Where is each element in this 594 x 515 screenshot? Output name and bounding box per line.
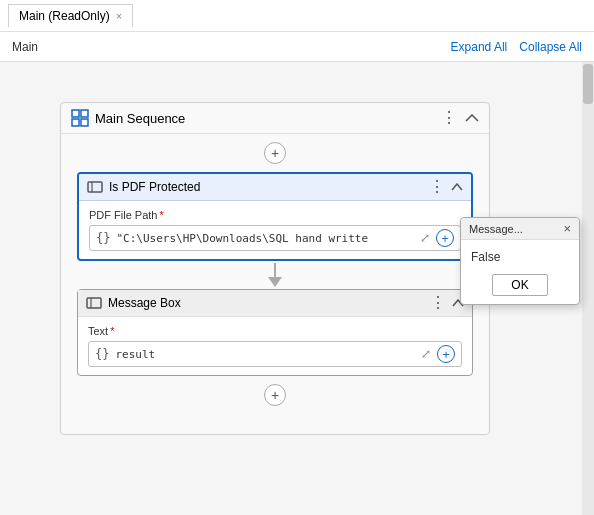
svg-rect-3 bbox=[81, 119, 88, 126]
title-bar: Main (ReadOnly) × bbox=[0, 0, 594, 32]
message-box-block: Message Box ⋮ Text* {} result ⤢ + bbox=[77, 289, 473, 376]
is-pdf-body: PDF File Path* {} "C:\Users\HP\Downloads… bbox=[79, 201, 471, 259]
expand-field-icon[interactable]: ⤢ bbox=[420, 231, 430, 245]
text-field-input[interactable]: {} result ⤢ + bbox=[88, 341, 462, 367]
popup-value-text: False bbox=[471, 250, 569, 264]
svg-rect-0 bbox=[72, 110, 79, 117]
message-box-title: Message Box bbox=[86, 295, 181, 311]
message-popup: Message... × False OK bbox=[460, 217, 580, 305]
pdf-path-value: "C:\Users\HP\Downloads\SQL hand writte bbox=[116, 232, 414, 245]
svg-rect-1 bbox=[81, 110, 88, 117]
canvas: Main Sequence ⋮ + bbox=[0, 62, 594, 515]
main-sequence-container: Main Sequence ⋮ + bbox=[60, 102, 490, 435]
is-pdf-title-label: Is PDF Protected bbox=[109, 180, 200, 194]
sequence-icon bbox=[71, 109, 89, 127]
popup-ok-button[interactable]: OK bbox=[492, 274, 547, 296]
collapse-all-button[interactable]: Collapse All bbox=[519, 40, 582, 54]
is-pdf-dots-button[interactable]: ⋮ bbox=[429, 179, 445, 195]
sequence-header: Main Sequence ⋮ bbox=[61, 103, 489, 134]
popup-title-bar: Message... × bbox=[461, 218, 579, 240]
toolbar-actions: Expand All Collapse All bbox=[451, 40, 582, 54]
message-box-header: Message Box ⋮ bbox=[78, 290, 472, 317]
message-box-icon bbox=[86, 295, 102, 311]
pdf-path-input[interactable]: {} "C:\Users\HP\Downloads\SQL hand writt… bbox=[89, 225, 461, 251]
expand-field-icon-2[interactable]: ⤢ bbox=[421, 347, 431, 361]
sequence-title-label: Main Sequence bbox=[95, 111, 185, 126]
add-button-bottom[interactable]: + bbox=[264, 384, 286, 406]
is-pdf-header: Is PDF Protected ⋮ bbox=[79, 174, 471, 201]
text-field-value: result bbox=[115, 348, 415, 361]
svg-rect-2 bbox=[72, 119, 79, 126]
pdf-path-add-button[interactable]: + bbox=[436, 229, 454, 247]
scrollbar-right[interactable] bbox=[582, 62, 594, 515]
svg-rect-6 bbox=[87, 298, 101, 308]
is-pdf-title: Is PDF Protected bbox=[87, 179, 200, 195]
brace-icon: {} bbox=[96, 231, 110, 245]
main-tab[interactable]: Main (ReadOnly) × bbox=[8, 4, 133, 27]
is-pdf-icon bbox=[87, 179, 103, 195]
text-field-label: Text* bbox=[88, 325, 462, 337]
sequence-title: Main Sequence bbox=[71, 109, 185, 127]
sequence-collapse-button[interactable] bbox=[465, 111, 479, 125]
message-box-actions: ⋮ bbox=[430, 295, 464, 311]
popup-body: False OK bbox=[461, 240, 579, 304]
is-pdf-protected-block: Is PDF Protected ⋮ PDF File Path* {} "C:… bbox=[77, 172, 473, 261]
pdf-path-label: PDF File Path* bbox=[89, 209, 461, 221]
toolbar: Main Expand All Collapse All bbox=[0, 32, 594, 62]
sequence-actions: ⋮ bbox=[441, 110, 479, 126]
toolbar-view-label: Main bbox=[12, 40, 38, 54]
scrollbar-thumb[interactable] bbox=[583, 64, 593, 104]
message-box-body: Text* {} result ⤢ + bbox=[78, 317, 472, 375]
message-box-title-label: Message Box bbox=[108, 296, 181, 310]
add-button-top[interactable]: + bbox=[264, 142, 286, 164]
popup-title-label: Message... bbox=[469, 223, 523, 235]
svg-rect-4 bbox=[88, 182, 102, 192]
text-field-add-button[interactable]: + bbox=[437, 345, 455, 363]
tab-label: Main (ReadOnly) bbox=[19, 9, 110, 23]
tab-close-icon[interactable]: × bbox=[116, 11, 122, 22]
expand-all-button[interactable]: Expand All bbox=[451, 40, 508, 54]
message-box-dots-button[interactable]: ⋮ bbox=[430, 295, 446, 311]
arrow-connector bbox=[61, 261, 489, 289]
sequence-dots-button[interactable]: ⋮ bbox=[441, 110, 457, 126]
brace-icon-2: {} bbox=[95, 347, 109, 361]
is-pdf-actions: ⋮ bbox=[429, 179, 463, 195]
is-pdf-collapse-button[interactable] bbox=[451, 180, 463, 194]
popup-close-button[interactable]: × bbox=[563, 222, 571, 235]
